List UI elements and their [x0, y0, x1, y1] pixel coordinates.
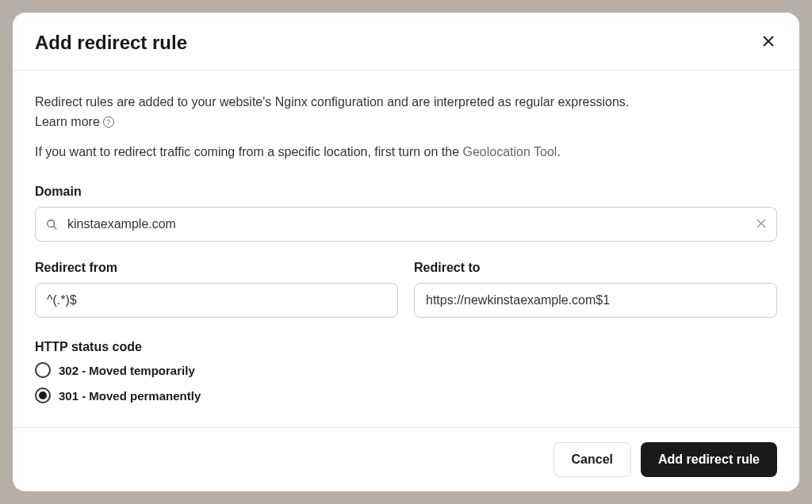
cancel-button[interactable]: Cancel — [553, 442, 631, 477]
radio-option-301[interactable]: 301 - Moved permanently — [35, 388, 777, 403]
geo-suffix: . — [557, 145, 560, 158]
domain-group: Domain — [35, 185, 777, 242]
radio-option-302[interactable]: 302 - Moved temporarily — [35, 362, 777, 378]
clear-domain-button[interactable] — [756, 218, 766, 231]
domain-input[interactable] — [35, 207, 777, 242]
close-button[interactable] — [760, 32, 777, 52]
redirect-from-input[interactable] — [35, 283, 398, 318]
radio-label-302: 302 - Moved temporarily — [59, 364, 195, 377]
modal-title: Add redirect rule — [35, 32, 187, 54]
clear-icon — [756, 219, 766, 228]
close-icon — [763, 36, 774, 47]
redirect-to-input[interactable] — [414, 283, 777, 318]
add-redirect-button[interactable]: Add redirect rule — [641, 442, 777, 477]
redirect-from-wrapper — [35, 283, 398, 318]
modal-footer: Cancel Add redirect rule — [13, 427, 799, 491]
help-icon: ? — [103, 116, 114, 128]
modal-header: Add redirect rule — [13, 13, 799, 71]
radio-circle-302 — [35, 362, 51, 378]
learn-more-link[interactable]: Learn more ? — [35, 115, 114, 129]
redirect-to-label: Redirect to — [414, 261, 777, 275]
redirect-row: Redirect from Redirect to — [35, 261, 777, 318]
radio-circle-301 — [35, 388, 51, 403]
geo-prefix: If you want to redirect traffic coming f… — [35, 145, 463, 158]
geolocation-tool-link[interactable]: Geolocation Tool — [463, 145, 557, 158]
redirect-to-group: Redirect to — [414, 261, 777, 318]
geo-text: If you want to redirect traffic coming f… — [35, 145, 777, 159]
status-code-group: HTTP status code 302 - Moved temporarily… — [35, 340, 777, 403]
domain-input-wrapper — [35, 207, 777, 242]
redirect-to-wrapper — [414, 283, 777, 318]
status-code-radio-group: 302 - Moved temporarily 301 - Moved perm… — [35, 362, 777, 403]
redirect-from-group: Redirect from — [35, 261, 398, 318]
modal-body: Redirect rules are added to your website… — [13, 71, 799, 427]
add-redirect-modal: Add redirect rule Redirect rules are add… — [13, 13, 799, 491]
radio-label-301: 301 - Moved permanently — [59, 389, 201, 403]
description-text: Redirect rules are added to your website… — [35, 93, 777, 112]
status-code-label: HTTP status code — [35, 340, 777, 354]
domain-label: Domain — [35, 185, 777, 199]
learn-more-label: Learn more — [35, 115, 100, 129]
redirect-from-label: Redirect from — [35, 261, 398, 275]
